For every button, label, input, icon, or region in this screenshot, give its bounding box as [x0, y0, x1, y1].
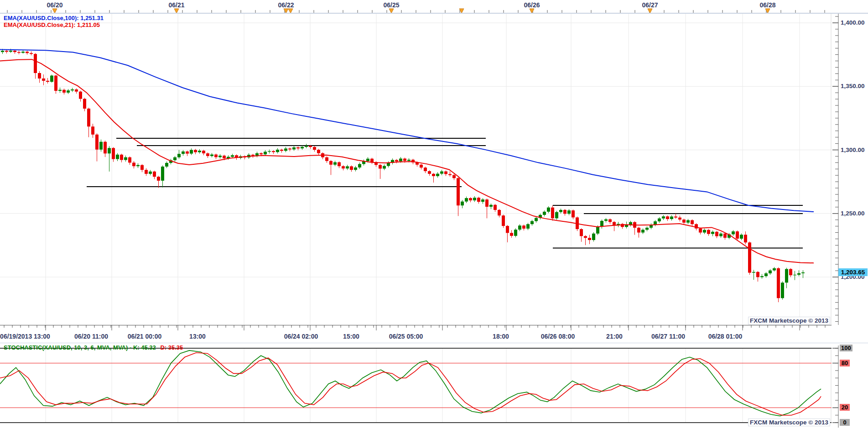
- stochastic-k-value: K: 45.32: [133, 344, 156, 351]
- candle-body: [95, 135, 99, 150]
- candle-body: [128, 157, 131, 163]
- candle-body: [108, 148, 111, 153]
- candle-body: [387, 163, 390, 166]
- candle-body: [395, 160, 398, 162]
- candle-body: [658, 219, 661, 221]
- panel-separator: [0, 343, 868, 343]
- candle-body: [354, 167, 357, 170]
- candle-body: [789, 269, 792, 275]
- candle-body: [481, 199, 484, 202]
- candle-body: [715, 232, 718, 236]
- candle-body: [132, 162, 135, 166]
- candle-body: [87, 109, 90, 126]
- candle-body: [21, 52, 25, 53]
- candle-body: [5, 51, 8, 52]
- candle-body: [399, 158, 402, 161]
- candle-body: [588, 238, 591, 240]
- candle-body: [420, 165, 423, 167]
- stochastic-axis-ticks: [832, 345, 868, 429]
- candle-body: [748, 242, 751, 272]
- stochastic-chart[interactable]: [0, 345, 832, 429]
- candle-body: [26, 52, 29, 53]
- candle-body: [777, 268, 780, 298]
- top-axis-label: 06/25: [373, 1, 410, 9]
- candle-body: [120, 155, 123, 160]
- candle-body: [198, 151, 201, 152]
- candle-body: [182, 152, 185, 154]
- sto-level-label-100: 100: [840, 345, 852, 351]
- candle-body: [461, 202, 464, 206]
- candle-body: [711, 232, 714, 234]
- candle-body: [145, 170, 148, 174]
- candle-body: [662, 216, 665, 218]
- candle-body: [157, 177, 160, 181]
- candle-body: [567, 210, 571, 214]
- candle-body: [719, 234, 722, 236]
- candle-body: [432, 174, 435, 176]
- candle-body: [54, 76, 57, 91]
- candle-body: [485, 199, 489, 207]
- candle-body: [301, 147, 304, 148]
- candle-body: [592, 234, 595, 240]
- candle-body: [563, 210, 567, 214]
- candle-body: [801, 272, 805, 273]
- bottom-axis-label: 06/26 08:00: [526, 333, 590, 340]
- bottom-axis-label: 06/19/2013 13:00: [0, 333, 57, 340]
- bottom-axis-label: 15:00: [319, 333, 383, 340]
- bottom-axis-label: 13:00: [166, 333, 229, 340]
- candle-body: [613, 222, 616, 225]
- candle-body: [346, 166, 349, 168]
- candle-body: [9, 51, 12, 52]
- candle-body: [732, 231, 735, 234]
- candle-body: [781, 283, 784, 298]
- candle-body: [489, 205, 493, 207]
- candle-body: [124, 157, 127, 160]
- candle-body: [83, 99, 86, 109]
- candle-body: [625, 225, 628, 227]
- top-axis-label: 06/22: [268, 1, 304, 9]
- stochastic-k-line: [0, 351, 821, 416]
- candle-body: [494, 205, 497, 210]
- candle-body: [506, 226, 509, 233]
- bottom-axis-label: 06/28 01:00: [693, 333, 757, 340]
- candle-body: [99, 142, 103, 150]
- candle-body: [535, 218, 538, 221]
- candle-body: [530, 221, 534, 224]
- candle-body: [608, 220, 612, 222]
- candle-body: [604, 220, 608, 221]
- candle-body: [436, 174, 439, 176]
- candle-body: [424, 167, 427, 171]
- top-axis-ticks: [0, 0, 868, 14]
- top-axis-label: 06/20: [36, 1, 73, 9]
- candle-body: [555, 212, 558, 219]
- sto-level-label-0: 0: [840, 419, 850, 426]
- candle-body: [350, 166, 353, 170]
- candle-body: [165, 163, 168, 167]
- candle-body: [580, 229, 583, 236]
- candle-body: [338, 162, 341, 167]
- candle-body: [284, 148, 287, 151]
- candle-body: [42, 78, 45, 81]
- candle-body: [547, 208, 550, 212]
- candle-body: [514, 230, 517, 236]
- candle-body: [428, 171, 431, 174]
- candle-body: [218, 156, 222, 157]
- candle-body: [296, 147, 300, 148]
- candle-body: [457, 178, 460, 205]
- top-axis-label: 06/26: [514, 1, 550, 9]
- candle-body: [522, 225, 525, 229]
- candle-body: [75, 89, 78, 92]
- candle-body: [600, 221, 603, 227]
- top-time-axis[interactable]: [0, 0, 868, 14]
- stochastic-axis[interactable]: [832, 345, 868, 429]
- top-axis-label: 06/27: [632, 1, 668, 9]
- candle-body: [403, 158, 406, 161]
- candle-body: [50, 76, 53, 82]
- candle-body: [358, 164, 361, 167]
- candle-body: [34, 54, 37, 73]
- price-chart[interactable]: [0, 14, 832, 325]
- bottom-axis-label: 18:00: [469, 333, 533, 340]
- stochastic-d-line: [0, 353, 821, 415]
- candle-body: [543, 212, 546, 215]
- price-axis-label: 1,350.00: [841, 83, 865, 89]
